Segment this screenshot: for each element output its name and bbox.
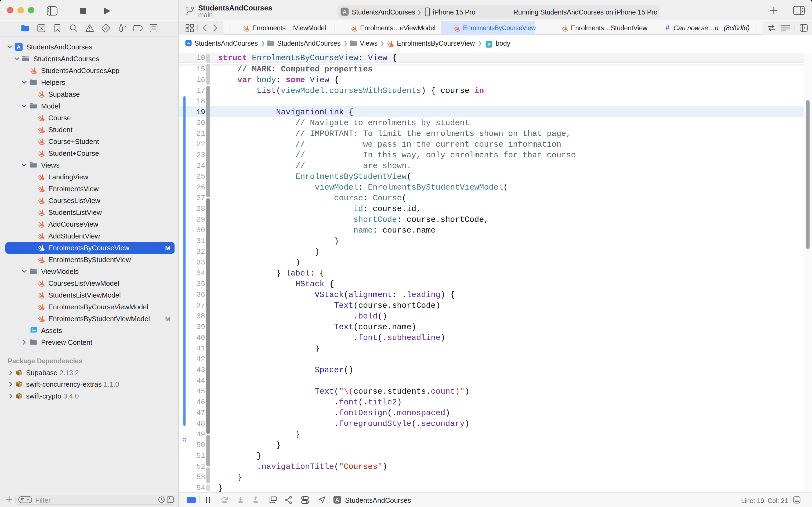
svg-text:P: P — [487, 42, 490, 47]
svg-text:A: A — [335, 497, 339, 503]
svg-text:A: A — [343, 9, 347, 15]
